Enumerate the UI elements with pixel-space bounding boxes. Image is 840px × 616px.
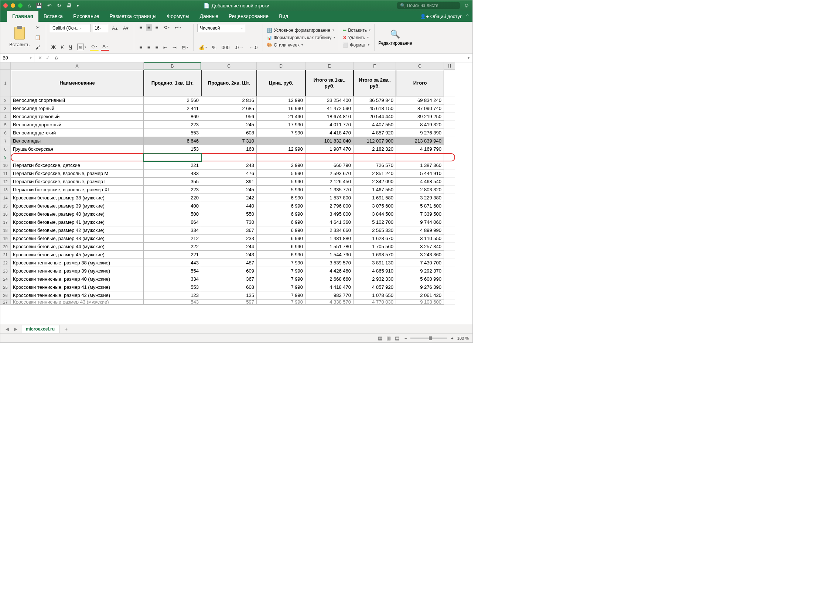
tab-layout[interactable]: Разметка страницы <box>104 11 162 22</box>
cell[interactable]: 2 668 660 <box>305 275 354 283</box>
cell[interactable] <box>444 218 455 226</box>
cell[interactable]: 1 628 670 <box>354 235 396 243</box>
cell[interactable]: 609 <box>201 267 257 275</box>
cell[interactable]: 4 641 360 <box>305 218 354 226</box>
align-middle-icon[interactable]: ≡ <box>146 24 152 31</box>
cell[interactable]: Кроссовки беговые, размер 43 (мужские) <box>11 235 144 243</box>
cell[interactable] <box>444 104 455 113</box>
cell[interactable]: 8 419 320 <box>396 121 444 129</box>
row-header[interactable]: 26 <box>0 291 11 299</box>
cell[interactable]: 1 551 780 <box>305 243 354 251</box>
cell[interactable]: 956 <box>201 113 257 121</box>
cell[interactable]: Велосипед детский <box>11 129 144 137</box>
cell[interactable]: 1 691 580 <box>354 194 396 202</box>
font-size-select[interactable]: 16▾ <box>93 24 108 32</box>
cell-styles-button[interactable]: 🎨 Стили ячеек▾ <box>267 43 335 48</box>
cell[interactable]: 7 990 <box>257 259 305 267</box>
cell[interactable] <box>444 113 455 121</box>
table-header-cell[interactable]: Наименование <box>11 70 144 96</box>
merge-icon[interactable]: ⊟▾ <box>180 44 189 51</box>
cell[interactable]: 223 <box>144 121 201 129</box>
minimize-window-button[interactable] <box>11 3 15 8</box>
cell[interactable]: 500 <box>144 210 201 218</box>
row-header[interactable]: 20 <box>0 243 11 251</box>
row-header[interactable]: 3 <box>0 104 11 113</box>
tab-home[interactable]: Главная <box>7 11 38 22</box>
cell[interactable]: 3 844 500 <box>354 210 396 218</box>
cell[interactable]: 7 990 <box>257 283 305 291</box>
cell[interactable]: 4 857 920 <box>354 283 396 291</box>
row-header[interactable]: 22 <box>0 259 11 267</box>
cell[interactable]: 7 990 <box>257 267 305 275</box>
maximize-window-button[interactable] <box>18 3 22 8</box>
row-header[interactable]: 24 <box>0 275 11 283</box>
row-header[interactable]: 23 <box>0 267 11 275</box>
table-header-cell[interactable]: Продано, 2кв. Шт. <box>201 70 257 96</box>
cell[interactable]: 245 <box>201 186 257 194</box>
tab-data[interactable]: Данные <box>194 11 223 22</box>
sheet-tab[interactable]: microexcel.ru <box>21 325 59 333</box>
cell[interactable]: 4 899 990 <box>396 226 444 235</box>
table-header-cell[interactable]: Итого за 2кв., руб. <box>354 70 396 96</box>
tab-review[interactable]: Рецензирование <box>223 11 274 22</box>
row-header[interactable]: 11 <box>0 170 11 177</box>
cell[interactable]: 2 342 090 <box>354 177 396 186</box>
cell[interactable]: 39 219 250 <box>396 113 444 121</box>
cell[interactable] <box>444 226 455 235</box>
cell[interactable]: 6 990 <box>257 243 305 251</box>
cell[interactable]: 660 790 <box>305 161 354 170</box>
row-header[interactable]: 1 <box>0 70 11 96</box>
cell[interactable]: 1 537 800 <box>305 194 354 202</box>
row-header[interactable]: 2 <box>0 96 11 104</box>
cell[interactable]: 6 990 <box>257 210 305 218</box>
cell[interactable]: 9 108 600 <box>396 299 444 305</box>
row-header[interactable]: 5 <box>0 121 11 129</box>
cell[interactable] <box>11 153 144 161</box>
cell[interactable] <box>444 202 455 210</box>
next-sheet-icon[interactable]: ▶ <box>13 327 19 331</box>
cell[interactable]: 4 426 460 <box>305 267 354 275</box>
cell[interactable]: Велосипед трековый <box>11 113 144 121</box>
tab-formulas[interactable]: Формулы <box>162 11 195 22</box>
cell[interactable]: 5 102 700 <box>354 218 396 226</box>
cell[interactable]: 433 <box>144 170 201 177</box>
cell[interactable]: 41 472 590 <box>305 104 354 113</box>
cell[interactable] <box>444 70 455 96</box>
cell[interactable] <box>201 153 257 161</box>
col-header-G[interactable]: G <box>396 62 444 70</box>
cell[interactable]: 212 <box>144 235 201 243</box>
prev-sheet-icon[interactable]: ◀ <box>4 327 10 331</box>
row-header[interactable]: 6 <box>0 129 11 137</box>
cell[interactable]: Кроссовки теннисные, размер 39 (мужские) <box>11 267 144 275</box>
col-header-A[interactable]: A <box>11 62 144 70</box>
zoom-slider[interactable] <box>410 337 447 339</box>
comma-icon[interactable]: 000 <box>220 44 231 51</box>
cell[interactable]: 21 490 <box>257 113 305 121</box>
cell[interactable]: Велосипеды <box>11 137 144 145</box>
cell[interactable] <box>444 251 455 259</box>
cell[interactable]: 543 <box>144 299 201 305</box>
row-header[interactable]: 13 <box>0 186 11 194</box>
feedback-icon[interactable]: ☺ <box>464 2 470 9</box>
col-header-B[interactable]: B <box>144 62 201 70</box>
undo-icon[interactable]: ↶ <box>47 3 52 9</box>
cell[interactable]: 243 <box>201 251 257 259</box>
cell[interactable]: Кроссовки теннисные, размер 42 (мужские) <box>11 291 144 299</box>
cell[interactable] <box>444 177 455 186</box>
cell[interactable]: 608 <box>201 283 257 291</box>
row-header[interactable]: 27 <box>0 299 11 305</box>
close-window-button[interactable] <box>3 3 8 8</box>
cell[interactable]: 1 705 560 <box>354 243 396 251</box>
cell[interactable]: 244 <box>201 243 257 251</box>
cell[interactable]: 221 <box>144 251 201 259</box>
cell[interactable] <box>444 121 455 129</box>
cell[interactable]: 4 169 790 <box>396 145 444 153</box>
cell[interactable]: 36 579 840 <box>354 96 396 104</box>
cell[interactable]: 242 <box>201 194 257 202</box>
cell[interactable]: 664 <box>144 218 201 226</box>
cell[interactable]: Велосипед спортивный <box>11 96 144 104</box>
cell[interactable]: 5 600 990 <box>396 275 444 283</box>
cell[interactable] <box>444 259 455 267</box>
row-header[interactable]: 21 <box>0 251 11 259</box>
zoom-out-icon[interactable]: − <box>404 336 407 340</box>
